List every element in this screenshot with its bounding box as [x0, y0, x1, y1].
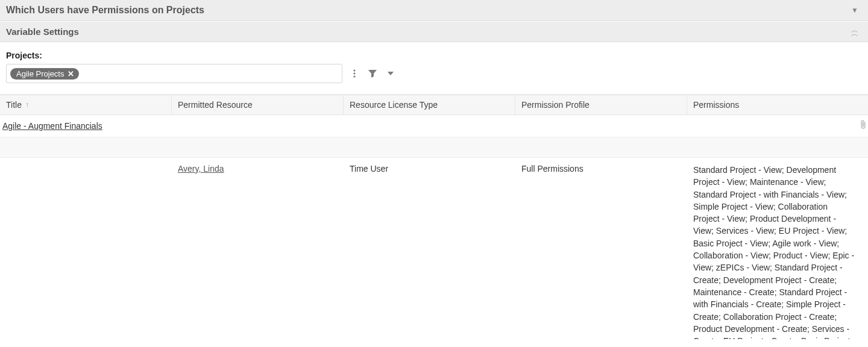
- report-title: Which Users have Permissions on Projects: [6, 5, 204, 16]
- projects-input[interactable]: Agile Projects ✕: [6, 64, 342, 83]
- col-header-permissions[interactable]: Permissions: [687, 95, 868, 114]
- collapse-caret-icon[interactable]: ▼: [848, 6, 862, 14]
- svg-point-2: [353, 75, 355, 77]
- col-header-title-label: Title: [6, 100, 22, 110]
- collapse-double-chevron-icon[interactable]: ︿︿: [848, 28, 862, 36]
- col-header-permitted-resource[interactable]: Permitted Resource: [172, 95, 344, 114]
- svg-point-1: [353, 72, 355, 74]
- project-chip-label: Agile Projects: [16, 69, 64, 78]
- col-header-pp-label: Permission Profile: [521, 100, 590, 110]
- dropdown-caret-icon[interactable]: [385, 70, 397, 77]
- table-spacer-row: [0, 137, 868, 158]
- chip-remove-icon[interactable]: ✕: [68, 69, 74, 78]
- table-group-row: Agile - Augment Financials: [0, 115, 868, 137]
- group-title-link[interactable]: Agile - Augment Financials: [2, 121, 102, 131]
- variable-settings-header: Variable Settings ︿︿: [0, 21, 868, 42]
- col-header-permission-profile[interactable]: Permission Profile: [515, 95, 687, 114]
- cell-resource-license-type: Time User: [344, 158, 515, 339]
- svg-point-0: [353, 69, 355, 71]
- cell-permission-profile: Full Permissions: [515, 158, 687, 339]
- table-column-headers: Title ↑ Permitted Resource Resource Lice…: [0, 95, 868, 115]
- project-chip: Agile Projects ✕: [10, 68, 79, 80]
- projects-label: Projects:: [6, 51, 862, 60]
- col-header-perm-label: Permissions: [693, 100, 739, 110]
- col-header-pr-label: Permitted Resource: [178, 100, 253, 110]
- variable-settings-body: Projects: Agile Projects ✕: [0, 42, 868, 95]
- filter-icon[interactable]: [366, 69, 379, 78]
- sort-ascending-icon: ↑: [25, 101, 29, 109]
- report-header: Which Users have Permissions on Projects…: [0, 0, 868, 21]
- cell-permitted-resource: Avery, Linda: [172, 158, 344, 339]
- cell-title: [0, 158, 172, 339]
- col-header-rlt-label: Resource License Type: [350, 100, 438, 110]
- variable-settings-title: Variable Settings: [6, 27, 79, 37]
- cell-permissions: Standard Project - View; Development Pro…: [687, 158, 868, 339]
- results-table: Title ↑ Permitted Resource Resource Lice…: [0, 95, 868, 339]
- table-row: Avery, Linda Time User Full Permissions …: [0, 158, 868, 339]
- permitted-resource-link[interactable]: Avery, Linda: [178, 164, 224, 174]
- projects-row: Agile Projects ✕: [6, 64, 862, 83]
- attachment-icon[interactable]: [860, 120, 867, 131]
- col-header-title[interactable]: Title ↑: [0, 95, 172, 114]
- more-options-icon[interactable]: [348, 69, 360, 78]
- col-header-resource-license-type[interactable]: Resource License Type: [344, 95, 515, 114]
